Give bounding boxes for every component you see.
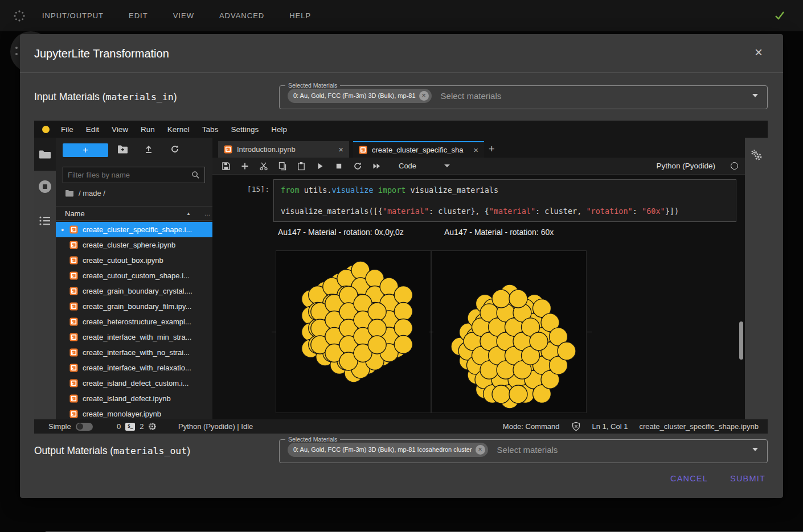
file-name: create_interface_with_relaxatio... bbox=[83, 364, 191, 372]
file-item[interactable]: create_heterostructure_exampl... bbox=[56, 314, 212, 329]
sort-caret-icon: ▲ bbox=[186, 211, 191, 216]
app-menu-item-view[interactable]: VIEW bbox=[173, 11, 194, 20]
notebook-icon bbox=[69, 271, 78, 280]
jupyter-menu-item-help[interactable]: Help bbox=[265, 125, 293, 134]
file-name: create_monolayer.ipynb bbox=[83, 410, 161, 418]
material-chip[interactable]: 0: Au, Gold, FCC (Fm-3m) 3D (Bulk), mp-8… bbox=[288, 89, 432, 103]
file-item[interactable]: create_interface_with_relaxatio... bbox=[56, 360, 212, 376]
jupyter-menu-item-view[interactable]: View bbox=[105, 125, 134, 134]
kernel-status-icon[interactable] bbox=[731, 162, 738, 170]
breadcrumb[interactable]: / made / bbox=[65, 189, 105, 197]
jupyter-menu-item-run[interactable]: Run bbox=[134, 125, 161, 134]
app-menu-item-edit[interactable]: EDIT bbox=[129, 11, 148, 20]
add-tab-icon[interactable]: + bbox=[489, 143, 495, 155]
jupyter-menu-item-settings[interactable]: Settings bbox=[224, 125, 265, 134]
app-grid-icon[interactable] bbox=[13, 9, 26, 23]
mode-indicator: Mode: Command bbox=[503, 422, 560, 431]
cell-type-select[interactable]: Code bbox=[399, 162, 416, 170]
output-title-right: Au147 - Material - rotation: 60x bbox=[444, 228, 554, 237]
code-line: from utils.visualize import visualize_ma… bbox=[281, 180, 729, 201]
file-item[interactable]: create_grain_boundary_crystal.... bbox=[56, 283, 212, 299]
table-of-contents-tab[interactable] bbox=[39, 215, 51, 227]
input-selected-materials-field[interactable]: Selected Materials 0: Au, Gold, FCC (Fm-… bbox=[279, 82, 768, 109]
file-name: create_interface_with_min_stra... bbox=[83, 333, 191, 341]
app-menu-item-input-output[interactable]: INPUT/OUTPUT bbox=[42, 11, 104, 20]
notebook-tab-bar: Introduction.ipynb × create_cluster_spec… bbox=[212, 138, 745, 158]
tab-close-icon[interactable]: × bbox=[338, 145, 343, 154]
name-column-header[interactable]: Name ▲ ... bbox=[56, 206, 212, 221]
new-launcher-button[interactable]: + bbox=[63, 143, 108, 157]
terminal-icon: $_ bbox=[125, 423, 135, 431]
folder-icon bbox=[65, 189, 74, 197]
file-browser-tab[interactable] bbox=[34, 138, 56, 171]
scrollbar-thumb[interactable] bbox=[739, 321, 743, 360]
material-viewer-right[interactable] bbox=[431, 250, 587, 413]
file-item[interactable]: create_cluster_sphere.ipynb bbox=[56, 237, 212, 253]
stop-icon[interactable] bbox=[334, 162, 343, 171]
chevron-down-icon[interactable] bbox=[444, 164, 450, 167]
run-icon[interactable] bbox=[316, 162, 325, 171]
restart-kernel-icon[interactable] bbox=[353, 162, 362, 171]
notebook-icon bbox=[69, 256, 78, 265]
app-menu-item-advanced[interactable]: ADVANCED bbox=[219, 11, 264, 20]
file-name: create_grain_boundary_film.ipy... bbox=[83, 302, 191, 311]
jupyter-menu-item-edit[interactable]: Edit bbox=[80, 125, 105, 134]
kernel-name[interactable]: Python (Pyodide) bbox=[656, 162, 715, 170]
trust-shield-icon[interactable] bbox=[571, 422, 581, 431]
simple-mode-toggle[interactable] bbox=[76, 423, 93, 431]
running-kernels-icon bbox=[38, 179, 52, 194]
file-item[interactable]: create_interface_with_min_stra... bbox=[56, 329, 212, 345]
upload-icon[interactable] bbox=[144, 145, 153, 154]
notebook-icon bbox=[69, 379, 78, 387]
new-folder-icon[interactable] bbox=[117, 145, 128, 154]
notebook-panel: Introduction.ipynb × create_cluster_spec… bbox=[212, 138, 745, 419]
code-cell-editor[interactable]: from utils.visualize import visualize_ma… bbox=[273, 179, 736, 222]
check-icon bbox=[772, 8, 787, 23]
filter-files-input[interactable] bbox=[68, 171, 191, 179]
copy-icon[interactable] bbox=[278, 162, 287, 171]
simple-mode-label: Simple bbox=[48, 422, 71, 431]
output-selected-materials-field[interactable]: Selected Materials 0: Au, Gold, FCC (Fm-… bbox=[279, 436, 768, 463]
jupyter-menu-item-tabs[interactable]: Tabs bbox=[196, 125, 225, 134]
refresh-icon[interactable] bbox=[170, 145, 179, 154]
chevron-down-icon[interactable] bbox=[752, 448, 758, 451]
cancel-button[interactable]: CANCEL bbox=[670, 474, 708, 483]
notebook-icon bbox=[69, 364, 78, 372]
notebook-icon bbox=[69, 225, 78, 234]
running-kernels-tab[interactable] bbox=[38, 179, 52, 194]
file-item[interactable]: create_island_defect_custom.i... bbox=[56, 376, 212, 391]
filter-files-box[interactable] bbox=[63, 167, 205, 183]
chip-remove-icon[interactable]: × bbox=[476, 445, 485, 455]
settings-gears-icon[interactable] bbox=[750, 149, 763, 162]
app-menu-item-help[interactable]: HELP bbox=[289, 11, 311, 20]
file-item[interactable]: create_cutout_custom_shape.i... bbox=[56, 268, 212, 283]
select-materials-placeholder[interactable]: Select materials bbox=[441, 91, 502, 101]
chevron-down-icon[interactable] bbox=[752, 94, 758, 97]
add-cell-icon[interactable] bbox=[240, 162, 249, 171]
file-item[interactable]: create_monolayer.ipynb bbox=[56, 406, 212, 419]
jupyter-menu-item-file[interactable]: File bbox=[55, 125, 80, 134]
close-icon[interactable]: × bbox=[755, 44, 763, 60]
save-icon[interactable] bbox=[222, 162, 231, 171]
cut-icon[interactable] bbox=[259, 162, 268, 171]
submit-button[interactable]: SUBMIT bbox=[730, 474, 765, 483]
file-item[interactable]: create_grain_boundary_film.ipy... bbox=[56, 299, 212, 314]
jupyter-menu-item-kernel[interactable]: Kernel bbox=[161, 125, 196, 134]
tab-introduction[interactable]: Introduction.ipynb × bbox=[218, 141, 349, 158]
tab-create-cluster-specific-shape[interactable]: create_cluster_specific_sha × bbox=[353, 141, 484, 158]
tab-close-icon[interactable]: × bbox=[473, 145, 478, 155]
jupyterlite-logo-icon bbox=[42, 126, 50, 133]
file-item[interactable]: ●create_cluster_specific_shape.i... bbox=[56, 222, 212, 237]
select-materials-placeholder[interactable]: Select materials bbox=[497, 445, 558, 455]
run-all-icon[interactable] bbox=[372, 162, 381, 171]
paste-icon[interactable] bbox=[297, 162, 306, 171]
file-item[interactable]: create_interface_with_no_strai... bbox=[56, 345, 212, 360]
chip-remove-icon[interactable]: × bbox=[419, 91, 429, 101]
file-item[interactable]: create_cutout_box.ipynb bbox=[56, 253, 212, 268]
output-title-left: Au147 - Material - rotation: 0x,0y,0z bbox=[278, 228, 404, 237]
material-viewer-left[interactable] bbox=[276, 250, 431, 413]
cell-prompt: [15]: bbox=[242, 185, 269, 193]
notebook-icon bbox=[69, 317, 78, 326]
material-chip[interactable]: 0: Au, Gold, FCC (Fm-3m) 3D (Bulk), mp-8… bbox=[288, 443, 488, 457]
file-item[interactable]: create_island_defect.ipynb bbox=[56, 391, 212, 406]
